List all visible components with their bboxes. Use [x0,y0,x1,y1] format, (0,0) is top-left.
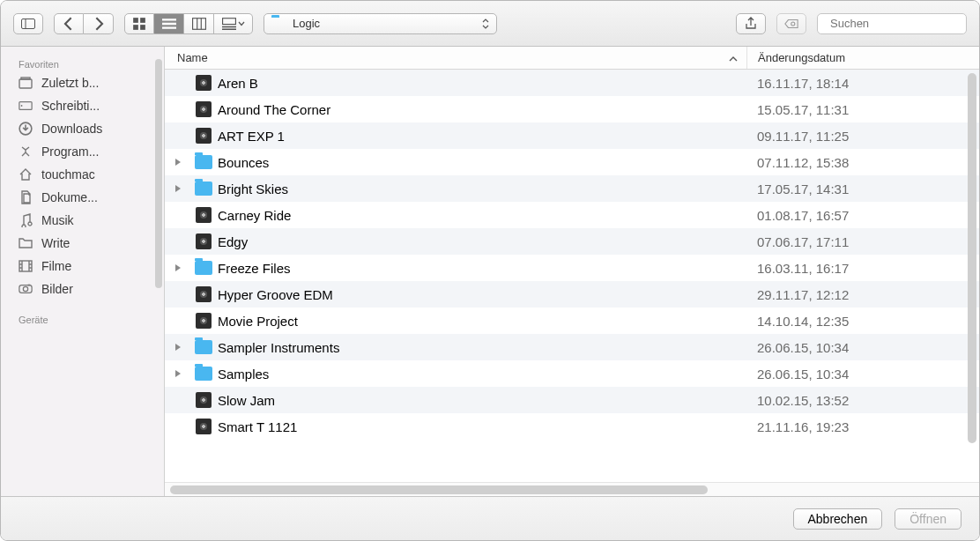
horizontal-scrollbar[interactable] [165,482,979,496]
documents-icon [17,189,34,205]
row-date: 26.06.15, 10:34 [746,367,979,382]
row-name: Bounces [216,155,746,170]
gallery-view-button[interactable] [214,13,253,34]
sidebar-item-movies[interactable]: Filme [1,255,164,278]
table-row[interactable]: Edgy07.06.17, 17:11 [165,228,979,255]
sidebar-heading-favorites: Favoriten [1,54,164,71]
table-row[interactable]: Bounces07.11.12, 15:38 [165,149,979,175]
updown-icon [482,19,489,29]
path-selector[interactable]: Logic [264,13,497,34]
row-date: 07.06.17, 17:11 [746,234,979,249]
sidebar-item-label: Bilder [41,282,73,296]
home-icon [17,167,34,182]
sidebar-scrollbar[interactable] [155,59,162,288]
disclosure-icon [174,184,182,193]
desktop-icon [17,98,34,114]
logic-project-icon [196,286,212,302]
search-field[interactable] [817,13,967,34]
list-view-button[interactable] [154,13,184,34]
tags-button[interactable] [776,13,806,34]
table-row[interactable]: Carney Ride01.08.17, 16:57 [165,202,979,228]
sidebar-item-label: Filme [41,259,71,273]
row-name: Slow Jam [216,393,746,408]
sidebar-item-documents[interactable]: Dokume... [1,186,164,209]
sidebar-item-home[interactable]: touchmac [1,163,164,186]
row-date: 01.08.17, 16:57 [746,208,979,223]
column-header-name[interactable]: Name [165,51,746,64]
svg-rect-5 [140,25,145,30]
table-row[interactable]: Aren B16.11.17, 18:14 [165,70,979,96]
vertical-scrollbar[interactable] [968,73,976,443]
logic-project-icon [196,207,212,223]
row-date: 16.11.17, 18:14 [746,76,979,91]
row-name: ART EXP 1 [216,129,746,144]
sidebar-item-desktop[interactable]: Schreibti... [1,94,164,117]
table-row[interactable]: Freeze Files16.03.11, 16:17 [165,255,979,281]
downloads-icon [17,121,34,137]
row-name: Around The Corner [216,102,746,117]
svg-rect-0 [22,19,35,28]
row-name: Sampler Instruments [216,340,746,355]
apps-icon [17,144,34,159]
row-date: 15.05.17, 11:31 [746,102,979,117]
row-name: Edgy [216,234,746,249]
table-row[interactable]: Slow Jam10.02.15, 13:52 [165,387,979,413]
chevron-left-icon [62,17,76,31]
icon-view-button[interactable] [124,13,154,34]
table-row[interactable]: ART EXP 109.11.17, 11:25 [165,122,979,149]
list-icon [162,17,176,31]
table-row[interactable]: Smart T 112121.11.16, 19:23 [165,413,979,440]
disclosure-icon [174,263,182,272]
table-row[interactable]: Sampler Instruments26.06.15, 10:34 [165,334,979,360]
movies-icon [17,258,34,274]
table-row[interactable]: Bright Skies17.05.17, 14:31 [165,175,979,202]
music-icon [17,212,34,228]
sidebar-item-folder[interactable]: Write [1,232,164,255]
folder-icon [195,340,212,354]
forward-button[interactable] [84,13,114,34]
table-row[interactable]: Around The Corner15.05.17, 11:31 [165,96,979,122]
sidebar-item-label: touchmac [41,167,95,182]
svg-rect-19 [21,78,30,79]
sidebar-item-apps[interactable]: Program... [1,140,164,163]
column-view-button[interactable] [184,13,214,34]
row-date: 17.05.17, 14:31 [746,182,979,196]
row-date: 10.02.15, 13:52 [746,393,979,408]
sidebar: Favoriten Zuletzt b...Schreibti...Downlo… [1,47,165,496]
cancel-button[interactable]: Abbrechen [793,508,883,530]
svg-rect-3 [140,18,145,23]
sidebar-item-pictures[interactable]: Bilder [1,278,164,300]
table-row[interactable]: Movie Project14.10.14, 12:35 [165,308,979,334]
sidebar-item-label: Zuletzt b... [41,76,99,90]
sidebar-item-music[interactable]: Musik [1,209,164,232]
logic-project-icon [196,128,212,144]
sidebar-item-label: Write [41,236,70,250]
sidebar-item-label: Downloads [41,122,102,136]
open-button[interactable]: Öffnen [895,508,961,530]
footer: Abbrechen Öffnen [1,496,979,540]
row-date: 16.03.11, 16:17 [746,261,979,276]
nav-group [54,13,114,34]
row-name: Samples [216,367,746,382]
recent-icon [17,75,34,91]
row-date: 09.11.17, 11:25 [746,129,979,144]
sidebar-item-label: Dokume... [41,190,98,204]
row-name: Freeze Files [216,261,746,276]
share-button[interactable] [736,13,766,34]
sidebar-item-recent[interactable]: Zuletzt b... [1,71,164,94]
logic-project-icon [196,101,212,117]
column-header-date[interactable]: Änderungsdatum [746,47,979,69]
table-row[interactable]: Hyper Groove EDM29.11.17, 12:12 [165,281,979,308]
search-input[interactable] [830,17,978,30]
row-name: Aren B [216,76,746,91]
sidebar-icon [21,17,35,31]
disclosure-icon [174,158,182,167]
sidebar-toggle-button[interactable] [13,13,43,34]
back-button[interactable] [54,13,84,34]
table-row[interactable]: Samples26.06.15, 10:34 [165,360,979,387]
sidebar-item-label: Program... [41,145,99,159]
sidebar-item-downloads[interactable]: Downloads [1,117,164,140]
svg-point-31 [23,286,27,291]
folder-icon [195,182,212,196]
svg-rect-18 [19,79,32,88]
